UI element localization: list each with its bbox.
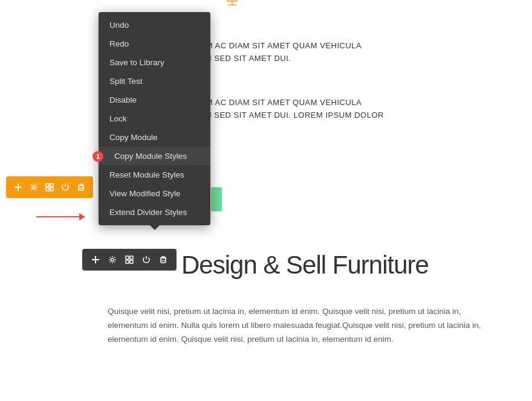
power-icon[interactable] [58, 180, 73, 194]
top-icon [216, 0, 248, 11]
svg-rect-21 [50, 188, 53, 191]
menu-item-extend-divider-styles[interactable]: Extend Divider Styles [99, 203, 210, 222]
svg-rect-32 [161, 258, 166, 263]
menu-item-reset-module-styles[interactable]: Reset Module Styles [99, 165, 210, 184]
menu-item-disable[interactable]: Disable [99, 91, 210, 109]
svg-rect-31 [130, 260, 133, 263]
menu-item-copy-module[interactable]: Copy Module [99, 128, 210, 147]
svg-point-17 [33, 186, 36, 189]
svg-rect-29 [130, 256, 133, 259]
trash-icon-2[interactable] [156, 252, 170, 267]
arrow [36, 216, 85, 217]
page-heading: Design & Sell Furniture [181, 251, 429, 280]
context-menu: Undo Redo Save to Library Split Test Dis… [99, 12, 210, 225]
page-paragraph: Quisque velit nisi, pretium ut lacinia i… [108, 305, 496, 347]
svg-rect-30 [126, 260, 129, 263]
svg-rect-28 [126, 256, 129, 259]
svg-rect-0 [227, 0, 237, 1]
add-icon[interactable] [11, 180, 25, 194]
settings-icon-2[interactable] [105, 252, 120, 267]
svg-rect-18 [46, 184, 49, 187]
svg-rect-19 [50, 184, 53, 187]
menu-item-undo[interactable]: Undo [99, 16, 210, 34]
svg-point-27 [111, 258, 114, 261]
svg-rect-22 [79, 185, 83, 190]
bottom-toolbar [82, 249, 177, 271]
power-icon-2[interactable] [139, 252, 154, 267]
badge-1: 1 [92, 151, 103, 162]
trash-icon[interactable] [74, 180, 88, 194]
menu-item-view-modified-style[interactable]: View Modified Style [99, 184, 210, 203]
divider-element [211, 187, 222, 211]
add-icon-2[interactable] [88, 252, 103, 267]
menu-item-save-to-library[interactable]: Save to Library [99, 53, 210, 72]
left-toolbar [6, 176, 93, 198]
svg-rect-20 [46, 188, 49, 191]
menu-item-copy-module-styles[interactable]: 1 Copy Module Styles [99, 147, 210, 165]
menu-item-redo[interactable]: Redo [99, 34, 210, 53]
menu-item-lock[interactable]: Lock [99, 109, 210, 128]
settings-icon[interactable] [27, 180, 41, 194]
arrow-line [36, 216, 85, 217]
layout-icon[interactable] [42, 180, 57, 194]
layout-icon-2[interactable] [122, 252, 137, 267]
menu-item-split-test[interactable]: Split Test [99, 72, 210, 91]
